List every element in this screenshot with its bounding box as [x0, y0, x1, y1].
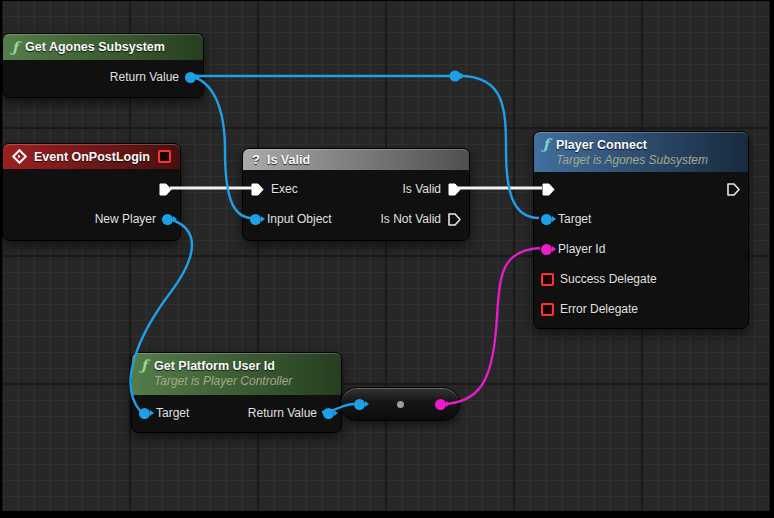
conversion-dot-icon: [397, 401, 404, 408]
pin-label: Return Value: [248, 406, 317, 420]
node-header: ? Is Valid: [243, 149, 469, 170]
exec-in-pin[interactable]: [541, 182, 556, 197]
function-icon: ƒ: [12, 40, 18, 54]
frame-edge-top: [0, 0, 774, 1]
pin-label: Return Value: [110, 70, 179, 84]
node-get-agones-subsystem[interactable]: ƒ Get Agones Subsystem Return Value: [2, 33, 204, 98]
wire-converter-to-playerid[interactable]: [441, 248, 540, 404]
is-not-valid-exec-out-pin[interactable]: [447, 212, 462, 227]
node-title: Is Valid: [267, 152, 310, 168]
node-event-onpostlogin[interactable]: Event OnPostLogin New Player: [2, 143, 181, 241]
pin-label: Error Delegate: [560, 302, 638, 316]
frame-edge-bottom: [0, 511, 774, 518]
pin-label: Exec: [271, 182, 298, 196]
node-subtitle: Target is Agones Subsystem: [556, 153, 708, 168]
node-header: Event OnPostLogin: [3, 144, 180, 169]
function-icon: ƒ: [543, 137, 549, 151]
node-title: Player Connect: [556, 137, 708, 153]
event-delegate-pin[interactable]: [158, 150, 171, 163]
function-icon: ƒ: [141, 358, 147, 372]
exec-out-pin[interactable]: [726, 182, 741, 197]
node-is-valid[interactable]: ? Is Valid Exec Is Valid: [242, 148, 470, 241]
node-player-connect[interactable]: ƒ Player Connect Target is Agones Subsys…: [533, 131, 749, 329]
event-icon: [12, 149, 27, 164]
node-title: Get Platform User Id: [154, 358, 292, 374]
target-pin[interactable]: [541, 214, 552, 225]
player-id-pin[interactable]: [541, 244, 552, 255]
target-pin[interactable]: [139, 408, 150, 419]
node-header: ƒ Player Connect Target is Agones Subsys…: [534, 132, 748, 172]
wire-reroute-to-target[interactable]: [460, 76, 539, 218]
frame-edge-right: [770, 0, 774, 518]
pin-label: Is Valid: [403, 182, 441, 196]
node-subtitle: Target is Player Controller: [154, 374, 292, 389]
node-get-platform-user-id[interactable]: ƒ Get Platform User Id Target is Player …: [131, 352, 342, 433]
pin-label: Player Id: [558, 242, 605, 256]
pin-label: Is Not Valid: [381, 212, 441, 226]
blueprint-canvas[interactable]: ƒ Get Agones Subsystem Return Value Even…: [0, 0, 774, 518]
node-title: Event OnPostLogin: [34, 149, 150, 165]
question-icon: ?: [252, 152, 260, 167]
node-title: Get Agones Subsystem: [25, 39, 165, 55]
error-delegate-pin[interactable]: [541, 303, 554, 316]
pin-label: Target: [558, 212, 591, 226]
conversion-input-pin[interactable]: [354, 399, 365, 410]
pin-label: Target: [156, 406, 189, 420]
node-header: ƒ Get Agones Subsystem: [3, 34, 203, 60]
node-header: ƒ Get Platform User Id Target is Player …: [132, 353, 341, 395]
frame-edge-left: [0, 0, 2, 518]
success-delegate-pin[interactable]: [541, 273, 554, 286]
pin-label: Success Delegate: [560, 272, 657, 286]
pin-label: New Player: [95, 212, 156, 226]
pin-label: Input Object: [267, 212, 332, 226]
